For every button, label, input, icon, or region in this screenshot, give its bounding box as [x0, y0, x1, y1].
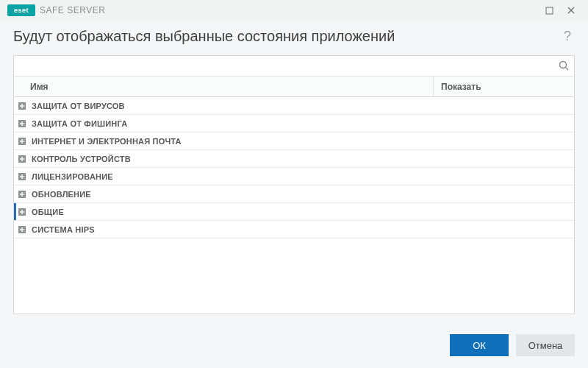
- help-button[interactable]: ?: [560, 29, 575, 44]
- table-row[interactable]: ОБЩИЕ: [14, 203, 574, 221]
- window-controls: [538, 2, 582, 18]
- cancel-button[interactable]: Отмена: [516, 334, 575, 356]
- close-icon: [567, 6, 576, 15]
- table-row[interactable]: СИСТЕМА HIPS: [14, 221, 574, 238]
- row-label: ЗАЩИТА ОТ ВИРУСОВ: [32, 102, 125, 110]
- table-row[interactable]: ОБНОВЛЕНИЕ: [14, 185, 574, 203]
- close-button[interactable]: [560, 2, 582, 18]
- dialog-window: eset SAFE SERVER Будут отображаться выбр…: [0, 0, 588, 368]
- table-row[interactable]: КОНТРОЛЬ УСТРОЙСТВ: [14, 150, 574, 168]
- expand-icon[interactable]: [17, 171, 27, 182]
- svg-rect-0: [546, 7, 553, 14]
- row-label: ЗАЩИТА ОТ ФИШИНГА: [32, 119, 127, 128]
- expand-icon[interactable]: [17, 136, 27, 146]
- expand-icon[interactable]: [17, 189, 27, 199]
- expand-icon[interactable]: [17, 224, 27, 235]
- maximize-button[interactable]: [538, 2, 560, 18]
- ok-button[interactable]: ОК: [450, 334, 509, 356]
- search-input[interactable]: [14, 56, 574, 76]
- dialog-title: Будут отображаться выбранные состояния п…: [13, 28, 395, 45]
- brand: eset SAFE SERVER: [7, 4, 105, 16]
- table-row[interactable]: ЗАЩИТА ОТ ВИРУСОВ: [14, 97, 574, 115]
- expand-icon[interactable]: [17, 207, 27, 217]
- search-bar: [14, 56, 574, 77]
- table-header: Имя Показать: [14, 77, 574, 97]
- titlebar: eset SAFE SERVER: [0, 0, 588, 21]
- row-label: ОБНОВЛЕНИЕ: [32, 190, 91, 199]
- dialog-footer: ОК Отмена: [0, 314, 588, 368]
- eset-logo: eset: [7, 4, 35, 16]
- expand-icon[interactable]: [17, 118, 27, 129]
- search-icon[interactable]: [558, 60, 570, 74]
- row-label: КОНТРОЛЬ УСТРОЙСТВ: [32, 155, 131, 163]
- row-label: ИНТЕРНЕТ И ЭЛЕКТРОННАЯ ПОЧТА: [32, 137, 182, 146]
- column-header-name[interactable]: Имя: [14, 77, 433, 96]
- content-panel: Имя Показать ЗАЩИТА ОТ ВИРУСОВЗАЩИТА ОТ …: [13, 55, 575, 314]
- svg-point-3: [560, 62, 567, 68]
- column-header-show[interactable]: Показать: [433, 77, 574, 96]
- table-body: ЗАЩИТА ОТ ВИРУСОВЗАЩИТА ОТ ФИШИНГАИНТЕРН…: [14, 97, 574, 314]
- table-row[interactable]: ЛИЦЕНЗИРОВАНИЕ: [14, 168, 574, 185]
- row-label: СИСТЕМА HIPS: [32, 225, 95, 234]
- maximize-icon: [545, 7, 553, 15]
- dialog-header: Будут отображаться выбранные состояния п…: [0, 21, 588, 55]
- table-row[interactable]: ИНТЕРНЕТ И ЭЛЕКТРОННАЯ ПОЧТА: [14, 132, 574, 150]
- expand-icon[interactable]: [17, 154, 27, 164]
- svg-line-4: [566, 68, 569, 71]
- table-row[interactable]: ЗАЩИТА ОТ ФИШИНГА: [14, 115, 574, 132]
- row-label: ОБЩИЕ: [32, 208, 64, 216]
- row-label: ЛИЦЕНЗИРОВАНИЕ: [32, 172, 113, 181]
- product-name: SAFE SERVER: [40, 5, 105, 15]
- expand-icon[interactable]: [17, 101, 27, 111]
